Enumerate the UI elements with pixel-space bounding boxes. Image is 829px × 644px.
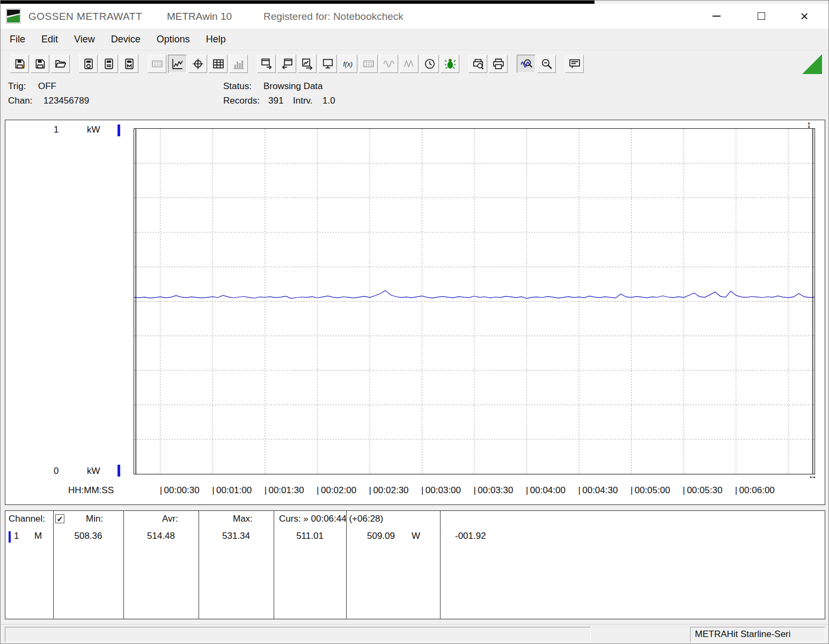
toolbar-separator (71, 55, 79, 73)
registered-label: Registered for: Notebookcheck (263, 11, 404, 23)
zoom-time-icon (520, 58, 532, 70)
menu-item-options[interactable]: Options (149, 28, 198, 50)
print-preview-icon (472, 58, 484, 70)
toolbar-separator (557, 55, 565, 73)
cell-mode: M (34, 531, 42, 541)
waveform-tri-icon (404, 58, 415, 70)
open-button[interactable] (51, 55, 70, 73)
statusbar-message-area (5, 627, 591, 642)
maximize-button[interactable] (744, 4, 779, 28)
x-tick-label: | 00:03:00 (421, 485, 461, 496)
column-divider (123, 511, 124, 619)
x-tick-label: | 00:00:30 (160, 485, 200, 496)
header-min: Min: (86, 514, 103, 524)
cell-delta: -001.92 (455, 531, 486, 541)
x-tick-label: | 00:02:30 (369, 485, 409, 496)
column-divider (440, 511, 441, 619)
title-bar: GOSSEN METRAWATT METRAwin 10 Registered … (1, 4, 828, 28)
x-tick-label: | 00:01:00 (212, 485, 252, 496)
formula-button[interactable]: f(x) (339, 55, 357, 73)
header-avr: Avr: (162, 514, 178, 524)
close-icon: × (800, 9, 808, 23)
header-channel: Channel: (9, 514, 45, 524)
minimize-button[interactable] (699, 4, 733, 28)
open-icon (55, 58, 67, 70)
zoom-out-button[interactable] (537, 55, 556, 73)
chart-export-icon (302, 58, 313, 70)
device-config-3-button[interactable] (120, 55, 138, 73)
interval-label: Intrv. (293, 96, 313, 106)
y-axis-unit-bottom: kW (87, 466, 100, 477)
menu-item-help[interactable]: Help (198, 28, 234, 50)
plot-area[interactable] (134, 128, 815, 474)
app-logo-icon (6, 9, 21, 24)
menu-item-view[interactable]: View (66, 28, 103, 50)
menu-item-edit[interactable]: Edit (33, 28, 66, 50)
live-display-button (359, 55, 378, 73)
x-tick-label: | 00:01:30 (265, 485, 304, 496)
zoom-time-button[interactable] (517, 55, 535, 73)
device-config-1-button[interactable] (79, 55, 98, 73)
save-data-button[interactable] (31, 55, 49, 73)
cell-cursor2: 509.09 (346, 531, 416, 541)
yt-chart-button[interactable] (168, 55, 187, 73)
device-name-label: METRAHit Starline-Seri (690, 627, 825, 642)
time-sync-button[interactable] (420, 55, 439, 73)
debug-monitor-button[interactable] (441, 55, 459, 73)
column-divider (53, 511, 54, 619)
save-button[interactable] (10, 55, 29, 73)
chart-canvas (134, 129, 815, 474)
status-label: Status: (223, 81, 252, 92)
y-axis-min-label: 0 (54, 466, 58, 477)
menu-bar: FileEditViewDeviceOptionsHelp (2, 28, 234, 50)
menu-item-device[interactable]: Device (103, 28, 149, 50)
toolbar-separator (140, 55, 148, 73)
cell-cursor1: 511.01 (274, 531, 346, 541)
x-zoom-arrow-icon[interactable]: ↔ (808, 470, 817, 481)
y-zoom-arrow-icon[interactable]: ↕ (806, 119, 811, 130)
print-button[interactable] (489, 55, 508, 73)
time-sync-icon (424, 58, 436, 70)
data-table-button[interactable] (209, 55, 228, 73)
screen-copy-icon (322, 58, 334, 70)
close-button[interactable]: × (787, 4, 821, 28)
x-tick-label: | 00:06:00 (735, 485, 775, 496)
chan-value: 123456789 (43, 96, 89, 106)
device-config-2-icon (103, 58, 115, 70)
toolbar-separator (250, 55, 257, 73)
device-config-2-button[interactable] (99, 55, 118, 73)
print-icon (493, 58, 504, 70)
debug-monitor-icon (444, 58, 456, 70)
cell-min: 508.36 (53, 531, 123, 541)
save-data-icon (34, 58, 46, 70)
channel1-marker-bottom (118, 465, 120, 477)
screen-copy-button[interactable] (318, 55, 337, 73)
trig-label: Trig: (8, 81, 26, 92)
interval-value: 1.0 (322, 96, 335, 106)
brand-title: GOSSEN METRAWATT (28, 11, 142, 23)
export-window-button[interactable] (277, 55, 296, 73)
cell-max: 531.34 (199, 531, 274, 541)
x-tick-label: | 00:05:00 (630, 485, 670, 496)
xy-chart-button[interactable] (188, 55, 207, 73)
export-window-icon (281, 58, 293, 70)
minimize-icon (713, 16, 721, 17)
numeric-display-icon (151, 58, 163, 70)
numeric-display-button (148, 55, 166, 73)
cell-avr: 514.48 (123, 531, 199, 541)
status-panel: Trig: OFF Status: Browsing Data Chan: 12… (1, 77, 828, 114)
menu-item-file[interactable]: File (2, 28, 33, 50)
formula-icon: f(x) (342, 58, 354, 70)
waveform-sine-button (379, 55, 398, 73)
svg-text:f(x): f(x) (343, 60, 353, 68)
annotation-button[interactable] (565, 55, 584, 73)
y-axis-max-label: 1 (54, 125, 58, 135)
xy-chart-icon (192, 58, 204, 70)
import-window-button[interactable] (257, 55, 276, 73)
print-preview-button[interactable] (468, 55, 487, 73)
chart-export-button[interactable] (298, 55, 317, 73)
channel1-marker-top (118, 125, 120, 136)
channel1-visibility-checkbox[interactable]: ✓ (55, 514, 64, 523)
chan-label: Chan: (8, 96, 32, 106)
status-bar: METRAHit Starline-Seri (1, 624, 828, 644)
